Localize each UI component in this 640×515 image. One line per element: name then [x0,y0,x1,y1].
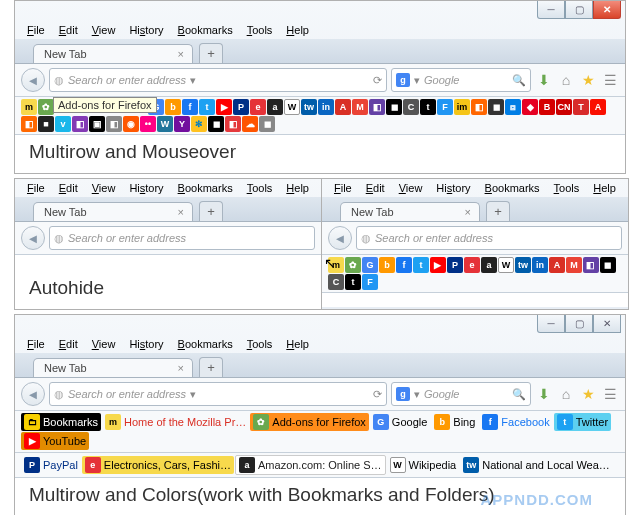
menu-tools[interactable]: Tools [241,181,279,195]
bm-icon[interactable]: ✿ [345,257,361,273]
bm-icon[interactable]: A [590,99,606,115]
bm-icon[interactable]: t [345,274,361,290]
bm-icon[interactable]: t [413,257,429,273]
bm-icon[interactable]: v [55,116,71,132]
menu-edit[interactable]: Edit [53,337,84,351]
bm-icon[interactable]: F [362,274,378,290]
bm-twitter[interactable]: tTwitter [554,413,611,431]
maximize-button[interactable]: ▢ [565,315,593,333]
bm-youtube[interactable]: ▶YouTube [21,432,89,450]
bm-icon[interactable]: A [335,99,351,115]
tab-newtab[interactable]: New Tab × [33,44,193,63]
tab-close-icon[interactable]: × [178,48,184,60]
bm-icon[interactable]: T [573,99,589,115]
bm-icon[interactable]: ◼ [386,99,402,115]
bm-icon[interactable]: in [532,257,548,273]
bm-icon[interactable]: ◧ [225,116,241,132]
bm-icon[interactable]: ▶ [216,99,232,115]
tab-newtab[interactable]: New Tab × [33,358,193,377]
menu-edit[interactable]: Edit [360,181,391,195]
bm-icon[interactable]: W [157,116,173,132]
menu-history[interactable]: History [123,337,169,351]
bm-icon[interactable]: ▶ [430,257,446,273]
url-bar[interactable]: ◍ Search or enter address [49,226,315,250]
menu-history[interactable]: History [123,181,169,195]
bm-icon[interactable]: b [165,99,181,115]
tab-newtab[interactable]: New Tab × [33,202,193,221]
menu-history[interactable]: History [430,181,476,195]
bm-icon[interactable]: ◧ [369,99,385,115]
bm-icon[interactable]: t [420,99,436,115]
menu-history[interactable]: History [123,23,169,37]
bm-icon[interactable]: b [379,257,395,273]
reload-icon[interactable]: ⟳ [373,74,382,87]
downloads-button[interactable]: ⬇ [535,385,553,403]
bm-icon[interactable]: im [454,99,470,115]
bm-facebook[interactable]: fFacebook [479,413,552,431]
bm-wikipedia[interactable]: WWikipedia [387,456,460,474]
menu-edit[interactable]: Edit [53,23,84,37]
maximize-button[interactable]: ▢ [565,1,593,19]
bm-ebay[interactable]: eElectronics, Cars, Fashi… [82,456,234,474]
bookmark-star-button[interactable]: ★ [579,385,597,403]
menu-view[interactable]: View [86,23,122,37]
bm-icon[interactable]: in [318,99,334,115]
bm-icon[interactable]: ☁ [242,116,258,132]
back-button[interactable]: ◄ [21,68,45,92]
menu-view[interactable]: View [86,337,122,351]
bm-icon[interactable]: m [328,257,344,273]
new-tab-button[interactable]: + [486,201,510,221]
new-tab-button[interactable]: + [199,357,223,377]
menu-file[interactable]: File [21,23,51,37]
bm-google[interactable]: GGoogle [370,413,430,431]
downloads-button[interactable]: ⬇ [535,71,553,89]
menu-file[interactable]: File [21,181,51,195]
menu-tools[interactable]: Tools [548,181,586,195]
bm-icon[interactable]: e [464,257,480,273]
menu-view[interactable]: View [393,181,429,195]
bm-weather[interactable]: twNational and Local Wea… [460,456,613,474]
back-button[interactable]: ◄ [21,226,45,250]
bm-icon[interactable]: t [199,99,215,115]
menu-bookmarks[interactable]: Bookmarks [172,23,239,37]
menu-tools[interactable]: Tools [241,337,279,351]
menu-bookmarks[interactable]: Bookmarks [479,181,546,195]
menu-edit[interactable]: Edit [53,181,84,195]
back-button[interactable]: ◄ [328,226,352,250]
bm-amazon[interactable]: aAmazon.com: Online S… [235,455,386,475]
menu-button[interactable]: ☰ [601,71,619,89]
tab-close-icon[interactable]: × [178,362,184,374]
menu-help[interactable]: Help [587,181,622,195]
new-tab-button[interactable]: + [199,201,223,221]
bm-icon[interactable]: a [481,257,497,273]
bm-icon[interactable]: •• [140,116,156,132]
bm-icon[interactable]: P [233,99,249,115]
bm-icon[interactable]: F [437,99,453,115]
menu-help[interactable]: Help [280,23,315,37]
bm-mozilla[interactable]: mHome of the Mozilla Pr… [102,413,249,431]
bm-icon[interactable]: P [447,257,463,273]
close-button[interactable]: ✕ [593,1,621,19]
bookmark-star-button[interactable]: ★ [579,71,597,89]
bm-icon[interactable]: G [362,257,378,273]
bm-icon[interactable]: CN [556,99,572,115]
bm-icon[interactable]: ◧ [106,116,122,132]
bm-icon[interactable]: C [328,274,344,290]
bm-icon[interactable]: a [267,99,283,115]
bm-icon[interactable]: M [352,99,368,115]
bm-icon[interactable]: B [539,99,555,115]
bm-icon[interactable]: e [250,99,266,115]
home-button[interactable]: ⌂ [557,385,575,403]
bm-paypal[interactable]: PPayPal [21,456,81,474]
new-tab-button[interactable]: + [199,43,223,63]
bm-icon[interactable]: ◉ [123,116,139,132]
tab-newtab[interactable]: New Tab × [340,202,480,221]
bm-icon[interactable]: f [182,99,198,115]
bm-icon[interactable]: ◼ [488,99,504,115]
bm-icon[interactable]: ◼ [600,257,616,273]
bm-icon[interactable]: M [566,257,582,273]
bm-icon[interactable]: tw [515,257,531,273]
engine-dropdown-icon[interactable]: ▾ [414,388,420,401]
tab-close-icon[interactable]: × [178,206,184,218]
bm-icon[interactable]: ✿ [38,99,54,115]
